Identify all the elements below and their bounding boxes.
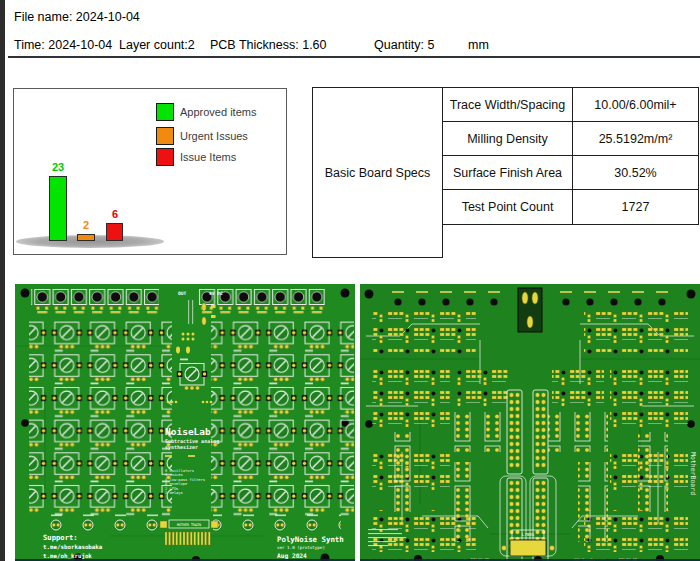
bar-approved <box>49 176 67 241</box>
legend-label-approved: Approved items <box>180 106 256 118</box>
product-date: Aug 2024 <box>277 552 307 560</box>
out-label: OUT <box>178 291 187 296</box>
support-label: Support: <box>43 533 78 542</box>
spec-label-test-points: Test Point Count <box>442 189 573 225</box>
left-pcb-svg: OUT 9V DC NoiseLab Subtractive analog sy… <box>15 284 355 561</box>
board-title: NoiseLab <box>165 426 211 437</box>
spec-label-trace-width: Trace Width/Spacing <box>442 87 573 122</box>
spec-value-test-points: 1727 <box>572 189 699 225</box>
legend-swatch-issue <box>156 148 174 166</box>
product-name: PolyNoise Synth <box>277 535 344 544</box>
motherboard-side-label: MotherBoard <box>689 452 697 495</box>
feature-6: 2 delays <box>165 491 183 495</box>
spec-value-surface-finish: 30.52% <box>572 155 699 190</box>
unit-label: mm <box>468 38 489 52</box>
feature-2: 4 voices <box>165 473 183 477</box>
legend-swatch-approved <box>156 103 174 121</box>
bar-urgent <box>77 234 95 241</box>
feature-4: 8 envelope <box>165 482 187 486</box>
bar-value-urgent: 2 <box>72 219 100 231</box>
legend-swatch-urgent <box>156 127 174 145</box>
support-link-2: t.me/oh_krujok <box>43 553 92 560</box>
bar-value-approved: 23 <box>44 161 72 173</box>
file-name-row: File name: 2024-10-04 <box>14 10 140 24</box>
thickness-field: PCB Thickness: 1.60 <box>210 38 327 52</box>
right-pcb-image: L7805 MotherBoard DELAY CD +5V Supply DE… <box>360 284 700 561</box>
support-link-1: t.me/sborkasobaka <box>43 544 103 550</box>
legend-label-issue: Issue Items <box>180 151 236 163</box>
feature-3: 4 low-pass filters <box>165 478 205 482</box>
power-label: 9V DC <box>209 291 223 296</box>
feature-5: 2 LFOs <box>165 487 178 491</box>
layer-count-field: Layer count:2 <box>119 38 195 52</box>
file-name-value: 2024-10-04 <box>76 10 140 24</box>
connector-label: MOTHER TRAIN <box>177 523 201 527</box>
status-bar-chart: Approved items Urgent Issues Issue Items… <box>13 88 287 255</box>
bar-issue <box>106 223 123 241</box>
file-name-label: File name: <box>14 10 72 24</box>
time-field: Time: 2024-10-04 <box>14 38 112 52</box>
spec-value-milling-density: 25.5192m/m² <box>572 121 699 156</box>
pcb-report-page: { "header": { "file_name": {"label": "Fi… <box>0 0 700 561</box>
quantity-field: Quantity: 5 <box>374 38 434 52</box>
right-pcb-svg: L7805 MotherBoard DELAY CD +5V Supply DE… <box>360 284 700 561</box>
product-version: ver 1.0 (prototype) <box>277 545 325 550</box>
specs-group-cell: Basic Board Specs <box>312 87 443 258</box>
regulator-label: L7805 <box>522 532 535 537</box>
left-pcb-image: OUT 9V DC NoiseLab Subtractive analog sy… <box>15 284 355 561</box>
spec-label-surface-finish: Surface Finish Area <box>442 155 573 190</box>
spec-label-milling-density: Milling Density <box>442 121 573 156</box>
legend-label-urgent: Urgent Issues <box>180 130 248 142</box>
header-divider <box>8 56 700 58</box>
bar-value-issue: 6 <box>101 208 129 220</box>
window-left-edge <box>0 0 5 561</box>
board-subtitle-2: synthesizer <box>165 444 198 451</box>
feature-1: 8 oscillators <box>165 469 194 473</box>
spec-value-trace-width: 10.00/6.00mil+ <box>572 87 699 122</box>
